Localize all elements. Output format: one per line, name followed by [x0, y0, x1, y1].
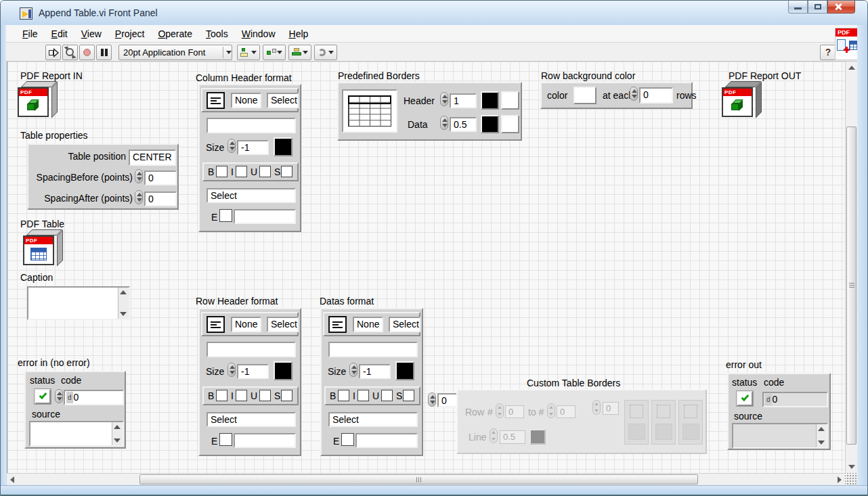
horizontal-scroll-thumb[interactable]	[139, 474, 698, 484]
menu-tools[interactable]: Tools	[199, 26, 235, 41]
pdf-report-in-control[interactable]: PDF	[18, 81, 58, 119]
resize-grip[interactable]	[845, 473, 857, 485]
source-textbox[interactable]	[732, 423, 828, 449]
spinner-up[interactable]	[57, 392, 62, 395]
spinner-down[interactable]	[442, 100, 448, 104]
menu-project[interactable]: Project	[108, 26, 152, 41]
border-index-field[interactable]: 0	[437, 393, 458, 407]
enable-text-field[interactable]	[355, 433, 418, 448]
scroll-down-icon[interactable]	[818, 441, 825, 445]
vertical-scroll-thumb[interactable]	[846, 127, 856, 445]
enable-checkbox[interactable]	[219, 209, 232, 222]
spinner-down[interactable]	[632, 95, 637, 98]
source-textbox[interactable]	[29, 421, 124, 447]
font-name-field[interactable]: Select	[328, 412, 418, 427]
header-width-field[interactable]: 1	[450, 93, 477, 108]
data-width-field[interactable]: 0.5	[450, 117, 477, 132]
text-color-box[interactable]	[274, 361, 292, 380]
spinner-down[interactable]	[230, 147, 235, 150]
context-help-button[interactable]: ?	[820, 45, 836, 60]
strikeout-checkbox[interactable]	[281, 166, 292, 177]
font-selector[interactable]: 20pt Application Font	[118, 45, 232, 60]
interval-field[interactable]: 0	[639, 87, 673, 104]
size-spinner[interactable]	[227, 139, 236, 153]
enable-text-field[interactable]	[234, 433, 296, 448]
underline-checkbox[interactable]	[259, 390, 271, 401]
menu-view[interactable]: View	[74, 26, 108, 41]
text-align-button[interactable]	[328, 316, 347, 333]
spinner-down[interactable]	[442, 124, 448, 127]
scroll-down-icon[interactable]	[120, 312, 127, 316]
resize-objects-dropdown[interactable]	[288, 45, 311, 60]
code-field[interactable]: d0	[64, 390, 124, 405]
scroll-down-icon[interactable]	[114, 438, 121, 443]
size-field[interactable]: -1	[359, 364, 391, 379]
spinner-down[interactable]	[137, 198, 142, 202]
spinner-up[interactable]	[351, 365, 357, 369]
scroll-up-icon[interactable]	[120, 290, 127, 294]
horizontal-scrollbar[interactable]	[7, 473, 845, 485]
size-spinner[interactable]	[349, 363, 357, 377]
border-index-spinner[interactable]	[428, 392, 436, 407]
bold-checkbox[interactable]	[216, 166, 227, 177]
menu-edit[interactable]: Edit	[45, 26, 74, 41]
menu-help[interactable]: Help	[282, 26, 316, 41]
underline-checkbox[interactable]	[381, 390, 393, 401]
spinner-up[interactable]	[230, 365, 235, 369]
caption-textbox[interactable]	[27, 286, 130, 320]
source-scrollbar[interactable]	[816, 424, 827, 447]
text-align-button[interactable]	[207, 92, 225, 109]
radix-indicator[interactable]: d	[765, 394, 772, 405]
spinner-down[interactable]	[137, 177, 142, 181]
code-field[interactable]: d0	[762, 392, 828, 407]
scroll-up-button[interactable]	[846, 62, 858, 74]
align-select-field[interactable]: Select	[389, 317, 420, 332]
status-boolean[interactable]	[737, 391, 753, 406]
code-spinner[interactable]	[55, 389, 63, 403]
spacing-before-spinner[interactable]	[135, 169, 143, 183]
spinner-up[interactable]	[230, 141, 235, 145]
italic-checkbox[interactable]	[357, 390, 369, 401]
run-continuous-button[interactable]	[62, 45, 78, 60]
spacing-after-field[interactable]: 0	[144, 191, 177, 206]
abort-button[interactable]	[79, 45, 95, 60]
data-width-spinner[interactable]	[440, 116, 448, 130]
align-none-field[interactable]: None	[231, 93, 261, 108]
data-border-color-box[interactable]	[481, 115, 499, 133]
spinner-up[interactable]	[442, 118, 448, 122]
spinner-up[interactable]	[137, 172, 142, 175]
scroll-up-icon[interactable]	[818, 427, 825, 431]
menu-file[interactable]: File	[16, 26, 45, 41]
scroll-down-button[interactable]	[846, 461, 858, 473]
strikeout-checkbox[interactable]	[403, 390, 414, 401]
scroll-up-icon[interactable]	[114, 425, 121, 429]
align-objects-dropdown[interactable]	[237, 45, 260, 60]
radix-indicator[interactable]: d	[66, 392, 73, 403]
align-none-field[interactable]: None	[231, 317, 261, 332]
maximize-button[interactable]	[808, 1, 827, 14]
format-text-field[interactable]	[207, 342, 296, 357]
size-field[interactable]: -1	[237, 364, 269, 379]
text-color-box[interactable]	[274, 137, 292, 156]
header-width-spinner[interactable]	[440, 92, 448, 106]
interval-spinner[interactable]	[630, 87, 638, 101]
minimize-button[interactable]	[788, 1, 808, 14]
table-position-field[interactable]: CENTER	[129, 150, 176, 166]
strikeout-checkbox[interactable]	[281, 390, 292, 401]
spinner-up[interactable]	[137, 193, 142, 196]
data-fill-color-box[interactable]	[501, 115, 519, 133]
source-scrollbar[interactable]	[112, 422, 123, 445]
menu-operate[interactable]: Operate	[151, 26, 199, 41]
vertical-scrollbar[interactable]	[845, 62, 857, 473]
size-spinner[interactable]	[227, 363, 236, 377]
run-button[interactable]	[45, 45, 61, 60]
spinner-up[interactable]	[442, 95, 448, 98]
underline-checkbox[interactable]	[259, 166, 271, 177]
header-fill-color-box[interactable]	[501, 91, 519, 110]
reorder-dropdown[interactable]	[314, 45, 337, 60]
italic-checkbox[interactable]	[236, 390, 247, 401]
spinner-down[interactable]	[430, 401, 435, 404]
align-none-field[interactable]: None	[353, 317, 383, 332]
align-select-field[interactable]: Select	[267, 93, 299, 108]
pdf-table-control[interactable]: PDF	[23, 229, 64, 267]
